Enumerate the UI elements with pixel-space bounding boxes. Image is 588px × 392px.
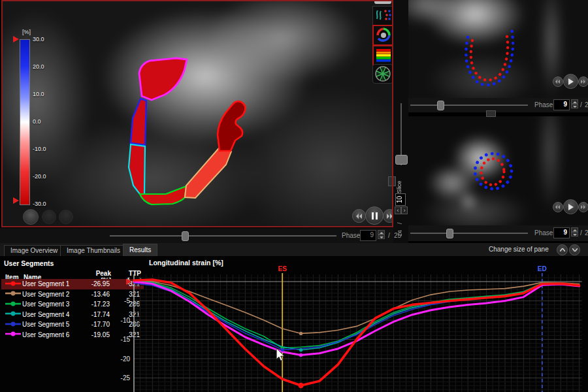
strain-colorbar: [%] 30.0 20.0 10.0 0.0 -10.0 -20.0 -30.0 xyxy=(13,29,64,216)
pane-forward-button[interactable] xyxy=(578,76,588,87)
phase-slider-track[interactable] xyxy=(410,105,528,106)
segment-name: User Segment 6 xyxy=(22,331,85,338)
segment-name: User Segment 1 xyxy=(22,280,85,287)
colorbar-tick: 10.0 xyxy=(33,91,59,97)
short-axis-reference-pane[interactable] xyxy=(408,116,588,225)
phase-spinner-value[interactable]: 9 xyxy=(553,99,570,110)
pane-size-increase-button[interactable] xyxy=(557,244,568,255)
strain-chart[interactable]: 0-5-10-15-20-25ESED xyxy=(118,257,585,392)
pause-icon xyxy=(372,212,378,220)
segment-3-contour[interactable] xyxy=(140,186,186,204)
pane-forward-button[interactable] xyxy=(578,202,588,212)
pane-rewind-button[interactable] xyxy=(553,76,563,87)
double-left-arrow-icon xyxy=(356,214,363,219)
segment-1-contour[interactable] xyxy=(218,101,245,151)
colorbar-min-marker[interactable] xyxy=(13,197,19,204)
segment-peak: -17.23 xyxy=(85,301,112,308)
phase-slider-track[interactable] xyxy=(110,235,336,237)
previous-phase-button[interactable] xyxy=(352,209,366,223)
colorbar-tick: 0.0 xyxy=(33,118,59,125)
segment-6-contour[interactable] xyxy=(139,58,187,100)
colorbar-gradient xyxy=(20,39,30,205)
slice-fraction-separator: / xyxy=(397,216,403,224)
endo-contour-dots[interactable] xyxy=(471,33,508,80)
phase-total: 25 xyxy=(585,229,588,237)
svg-text:ES: ES xyxy=(278,265,287,272)
phase-total: 25 xyxy=(585,101,588,108)
colorbar-max-marker[interactable] xyxy=(13,36,19,42)
colormap-button[interactable] xyxy=(372,45,393,66)
phase-fraction-separator: / xyxy=(388,232,390,239)
segmentation-model-button[interactable] xyxy=(372,25,393,46)
tab-image-overview[interactable]: Image Overview xyxy=(4,245,64,256)
bottom-tab-bar: Image Overview Image Thumbnails Results … xyxy=(0,243,588,257)
long-axis-reference-pane[interactable] xyxy=(408,0,588,98)
double-right-arrow-icon xyxy=(581,205,586,209)
main-phase-bar: Phase 9 / 25 xyxy=(0,227,393,244)
edit-contours-button[interactable] xyxy=(372,6,393,25)
colorbar-tick: -20.0 xyxy=(33,173,59,180)
phase-slider-track[interactable] xyxy=(410,233,528,234)
phase-spin-up-button[interactable] xyxy=(378,230,385,235)
slice-spinner-value[interactable]: 10 xyxy=(395,193,406,206)
segment-4-contour[interactable] xyxy=(129,144,145,194)
segment-name: User Segment 5 xyxy=(22,321,85,328)
endo-contour-dots[interactable] xyxy=(482,159,504,185)
pane-rewind-button[interactable] xyxy=(553,202,563,212)
segment-name: User Segment 2 xyxy=(22,291,85,298)
phase-spinner-value[interactable]: 9 xyxy=(553,227,570,238)
slice-label: Slice xyxy=(396,171,402,193)
redo-button[interactable] xyxy=(59,210,73,224)
colorbar-tick: 30.0 xyxy=(33,36,59,42)
segment-5-contour[interactable] xyxy=(131,99,146,145)
view-tool-button[interactable] xyxy=(23,209,39,225)
phase-fraction-separator: / xyxy=(580,229,582,237)
slice-next-button[interactable]: › xyxy=(401,206,408,214)
slice-previous-button[interactable]: ‹ xyxy=(395,206,401,214)
segment-2-contour[interactable] xyxy=(185,145,231,198)
pane-play-button[interactable] xyxy=(563,199,578,214)
bullseye-icon xyxy=(375,27,392,44)
tab-image-thumbnails[interactable]: Image Thumbnails xyxy=(60,245,127,256)
double-right-arrow-icon xyxy=(581,80,586,84)
segment-color-icon xyxy=(1,290,22,298)
segment-color-icon xyxy=(1,331,22,338)
mesh-view-button[interactable] xyxy=(372,64,393,84)
svg-text:-25: -25 xyxy=(121,374,131,382)
phase-spinner-value[interactable]: 9 xyxy=(360,230,376,241)
double-left-arrow-icon xyxy=(555,205,561,209)
double-left-arrow-icon xyxy=(555,80,561,84)
svg-text:-10: -10 xyxy=(121,317,131,324)
segment-name: User Segment 4 xyxy=(22,311,85,318)
segment-peak: -26.95 xyxy=(85,280,112,287)
phase-spin-up-button[interactable] xyxy=(571,99,578,104)
contours-icon xyxy=(374,8,391,24)
slice-navigation-strip: Slice 10 ‹ › / 14 xyxy=(393,0,408,243)
phase-spin-down-button[interactable] xyxy=(571,232,578,237)
pane-divider-grip[interactable] xyxy=(486,110,496,117)
next-phase-button[interactable] xyxy=(383,209,393,223)
svg-text:ED: ED xyxy=(538,265,547,272)
svg-text:-5: -5 xyxy=(124,297,130,304)
segment-peak: -17.74 xyxy=(85,311,112,318)
main-image-pane[interactable]: [%] 30.0 20.0 10.0 0.0 -10.0 -20.0 -30.0 xyxy=(1,0,393,227)
segment-color-icon xyxy=(1,321,22,329)
pane-size-decrease-button[interactable] xyxy=(569,244,580,255)
phase-slider-thumb[interactable] xyxy=(182,231,189,241)
phase-spin-up-button[interactable] xyxy=(571,227,578,232)
toolbar-partial-icon[interactable] xyxy=(374,0,391,4)
pause-button[interactable] xyxy=(365,206,384,225)
segment-peak: -19.05 xyxy=(85,331,112,338)
phase-label: Phase xyxy=(342,232,360,239)
phase-spin-down-button[interactable] xyxy=(378,235,385,239)
undo-button[interactable] xyxy=(42,210,56,224)
tab-results[interactable]: Results xyxy=(123,244,157,256)
svg-text:-15: -15 xyxy=(121,336,131,343)
pane-play-button[interactable] xyxy=(563,74,578,89)
phase-slider-thumb[interactable] xyxy=(437,101,444,110)
slice-slider-thumb[interactable] xyxy=(395,155,408,165)
svg-text:-20: -20 xyxy=(121,355,131,363)
colorbar-unit-label: [%] xyxy=(22,29,31,35)
phase-slider-thumb[interactable] xyxy=(446,229,453,238)
phase-spin-down-button[interactable] xyxy=(571,104,578,108)
